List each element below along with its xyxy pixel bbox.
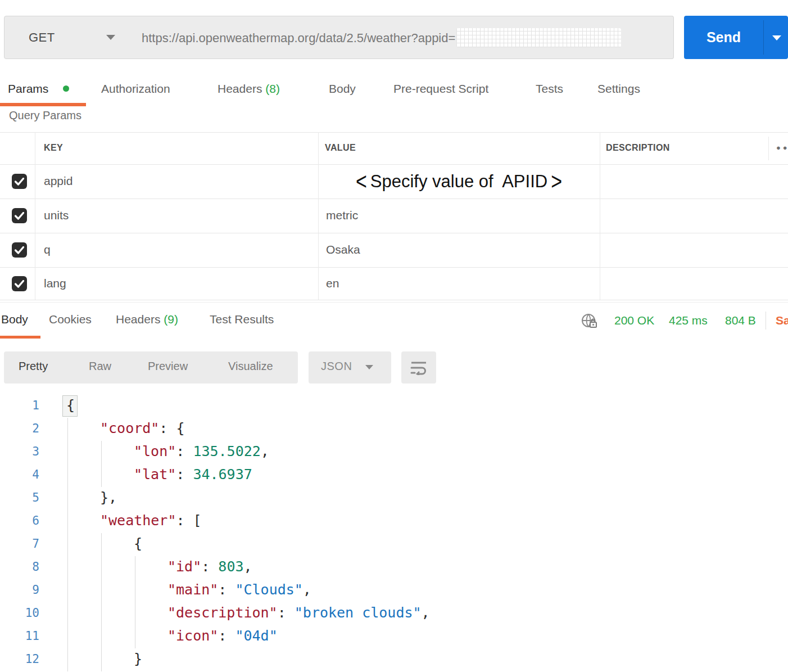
code-line: 7{ xyxy=(0,533,788,556)
tab-params[interactable]: Params xyxy=(8,82,48,96)
chevron-down-icon xyxy=(106,35,115,40)
table-border xyxy=(0,267,788,268)
code-text: }, xyxy=(100,489,117,506)
code-text: "main": "Clouds", xyxy=(167,581,311,598)
line-number: 11 xyxy=(0,629,39,643)
response-tab-test-results[interactable]: Test Results xyxy=(210,313,274,326)
code-line: 2"coord": { xyxy=(0,418,788,441)
table-border xyxy=(0,300,788,300)
divider xyxy=(766,312,766,330)
wrap-lines-icon xyxy=(410,360,427,375)
param-value[interactable]: metric xyxy=(326,209,358,222)
line-number: 2 xyxy=(0,422,39,435)
secure-connection-globe-lock-icon[interactable] xyxy=(581,313,599,331)
line-number: 12 xyxy=(0,652,39,666)
response-time-badge: 425 ms xyxy=(669,314,708,327)
send-button-divider xyxy=(763,20,764,55)
row-checkbox[interactable] xyxy=(12,276,27,291)
code-text: "lon": 135.5022, xyxy=(134,443,269,459)
checkbox-checked-icon xyxy=(12,208,27,223)
row-checkbox[interactable] xyxy=(12,208,27,223)
response-tab-body[interactable]: Body xyxy=(1,313,28,326)
table-column-divider xyxy=(35,132,35,300)
query-params-heading: Query Params xyxy=(9,109,81,122)
param-value[interactable]: en xyxy=(326,277,339,290)
code-line: 12} xyxy=(0,648,788,671)
table-border xyxy=(0,132,788,133)
save-response-link[interactable]: Sa xyxy=(776,314,788,327)
response-body-code: 1{2"coord": {3"lon": 135.5022,4"lat": 34… xyxy=(0,394,788,672)
response-tab-headers[interactable]: Headers (9) xyxy=(116,313,178,326)
param-key[interactable]: q xyxy=(44,243,51,256)
code-text: "description": "broken clouds", xyxy=(167,605,430,621)
table-border xyxy=(0,199,788,199)
code-text: { xyxy=(134,535,142,552)
response-headers-count-badge: (9) xyxy=(164,313,178,326)
code-text: "id": 803, xyxy=(167,558,252,575)
code-line: 5}, xyxy=(0,487,788,510)
code-text: { xyxy=(66,397,75,413)
wrap-lines-button[interactable] xyxy=(401,351,436,384)
line-number: 10 xyxy=(0,606,39,620)
code-text: } xyxy=(134,651,142,667)
table-column-divider xyxy=(768,137,769,160)
param-key[interactable]: units xyxy=(44,209,69,222)
close-angle-bracket: > xyxy=(551,168,562,195)
viewer-tab-preview[interactable]: Preview xyxy=(148,360,188,373)
url-input[interactable]: https://api.openweathermap.org/data/2.5/… xyxy=(128,16,674,59)
code-line: 11"icon": "04d" xyxy=(0,625,788,648)
table-border xyxy=(0,233,788,233)
code-line: 4"lat": 34.6937 xyxy=(0,464,788,487)
code-line: 6"weather": [ xyxy=(0,510,788,533)
code-text: "lat": 34.6937 xyxy=(134,466,252,482)
viewer-tab-pretty[interactable]: Pretty xyxy=(19,360,48,373)
viewer-tab-visualize[interactable]: Visualize xyxy=(228,360,273,373)
status-badge: 200 OK xyxy=(614,314,654,327)
headers-count-badge: (8) xyxy=(265,82,280,95)
send-options-caret-icon[interactable] xyxy=(772,35,781,40)
language-dropdown-label: JSON xyxy=(321,360,352,373)
response-size-badge: 804 B xyxy=(725,314,756,327)
viewer-tab-raw[interactable]: Raw xyxy=(89,360,111,373)
method-dropdown[interactable]: GET xyxy=(4,16,128,59)
tab-headers[interactable]: Headers (8) xyxy=(218,82,280,96)
row-checkbox[interactable] xyxy=(12,174,27,189)
line-number: 3 xyxy=(0,445,39,458)
code-text: "weather": [ xyxy=(100,512,202,529)
tab-authorization[interactable]: Authorization xyxy=(101,82,170,96)
line-number: 7 xyxy=(0,537,39,551)
params-green-dot-icon xyxy=(63,85,69,92)
param-value-annotation[interactable]: <Specify value of APIID> xyxy=(318,164,600,199)
param-key[interactable]: lang xyxy=(44,277,66,290)
response-view-switcher: Pretty Raw Preview Visualize xyxy=(4,351,298,384)
param-value[interactable]: Osaka xyxy=(326,243,360,256)
active-response-tab-underline xyxy=(0,336,40,339)
checkbox-checked-icon xyxy=(12,174,27,189)
chevron-down-icon xyxy=(365,365,373,369)
line-number: 6 xyxy=(0,514,39,527)
checkbox-checked-icon xyxy=(12,276,27,291)
param-key[interactable]: appid xyxy=(44,174,73,188)
send-button[interactable]: Send xyxy=(684,16,788,59)
send-button-label: Send xyxy=(684,16,763,59)
tab-pre-request-script[interactable]: Pre-request Script xyxy=(393,82,488,96)
open-angle-bracket: < xyxy=(356,168,367,195)
bulk-edit-menu-icon[interactable]: ●●● xyxy=(776,143,788,152)
table-column-divider xyxy=(600,132,600,300)
postman-request-view: GET https://api.openweathermap.org/data/… xyxy=(0,0,788,672)
code-text: "icon": "04d" xyxy=(167,628,278,644)
column-header-key: KEY xyxy=(44,143,63,153)
column-header-description: DESCRIPTION xyxy=(606,143,670,153)
code-text: "coord": { xyxy=(100,420,185,436)
tab-settings[interactable]: Settings xyxy=(597,82,640,96)
checkbox-checked-icon xyxy=(12,242,27,258)
tab-tests[interactable]: Tests xyxy=(536,82,563,96)
tab-body[interactable]: Body xyxy=(329,82,356,96)
code-line: 10"description": "broken clouds", xyxy=(0,602,788,625)
row-checkbox[interactable] xyxy=(12,242,27,258)
language-dropdown[interactable]: JSON xyxy=(309,351,391,384)
column-header-value: VALUE xyxy=(325,143,356,153)
code-line: 8"id": 803, xyxy=(0,556,788,579)
response-tab-cookies[interactable]: Cookies xyxy=(49,313,92,326)
code-line: 1{ xyxy=(0,395,788,418)
